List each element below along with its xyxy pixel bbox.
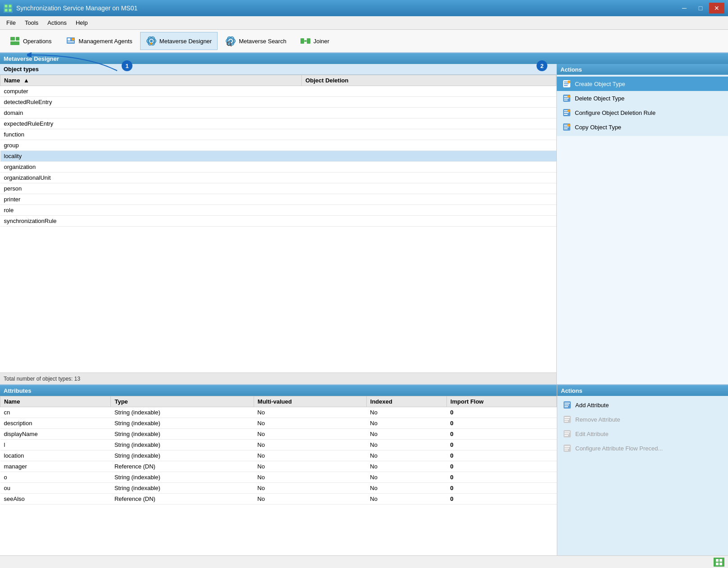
svg-rect-8 [68,38,70,41]
copy-object-type-icon: + [562,123,571,132]
configure-attribute-flow-icon [563,444,572,453]
table-row[interactable]: organizationalUnit [0,173,556,183]
action-item-create-object-type[interactable]: + Create Object Type [557,77,728,91]
svg-rect-2 [5,9,8,12]
attr-col-multivalued[interactable]: Multi-valued [254,396,366,407]
table-row[interactable]: detectedRuleEntry [0,97,556,108]
table-row[interactable]: printer [0,194,556,205]
attribute-row[interactable]: description String (indexable) No No 0 [0,418,557,429]
table-row[interactable]: locality [0,151,556,162]
attr-type-cell: String (indexable) [111,407,254,418]
attr-action-item-configure-attribute-flow: Configure Attribute Flow Preced... [557,441,728,455]
attr-col-importflow[interactable]: Import Flow [446,396,556,407]
attribute-row[interactable]: manager Reference (DN) No No 0 [0,461,557,472]
object-types-header: Object types 1 2 [0,64,556,75]
attr-multivalued-cell: No [254,494,366,504]
maximize-button[interactable]: □ [693,3,708,14]
attribute-row[interactable]: seeAlso Reference (DN) No No 0 [0,494,557,504]
table-row[interactable]: expectedRuleEntry [0,118,556,129]
action-item-delete-object-type[interactable]: + Delete Object Type [557,91,728,105]
configure-object-deletion-rule-label: Configure Object Deletion Rule [575,109,655,116]
col-deletion-header[interactable]: Object Deletion [302,75,556,86]
object-deletion-cell [302,108,556,118]
svg-rect-31 [564,85,568,86]
joiner-icon [300,36,311,46]
copy-object-type-label: Copy Object Type [575,124,621,131]
attribute-row[interactable]: o String (indexable) No No 0 [0,472,557,483]
attribute-row[interactable]: displayName String (indexable) No No 0 [0,429,557,440]
configure-attribute-flow-label: Configure Attribute Flow Preced... [575,445,663,452]
attr-type-cell: String (indexable) [111,450,254,461]
joiner-button[interactable]: Joiner [294,32,335,50]
callout-2: 2 [537,60,547,71]
table-row[interactable]: computer [0,86,556,97]
attr-indexed-cell: No [366,450,446,461]
attr-name-cell: manager [0,461,111,472]
menu-help[interactable]: Help [71,18,92,28]
svg-text:+: + [569,81,570,83]
delete-object-type-label: Delete Object Type [575,95,624,102]
table-row[interactable]: person [0,183,556,194]
attr-name-cell: description [0,418,111,429]
svg-rect-54 [564,404,569,405]
object-types-status: Total number of object types: 13 [0,373,556,384]
attr-name-cell: seeAlso [0,494,111,504]
action-item-copy-object-type[interactable]: + Copy Object Type [557,120,728,134]
attributes-actions-list: Add Attribute Remove Attribute Edit Attr… [557,396,728,457]
attr-type-cell: String (indexable) [111,429,254,440]
svg-rect-70 [716,563,719,565]
lower-section: Attributes Name Type Multi-valued Indexe… [0,384,728,555]
col-name-header[interactable]: Name ▲ [0,75,302,86]
menu-tools[interactable]: Tools [20,18,43,28]
object-name-cell: group [0,140,302,151]
attr-multivalued-cell: No [254,450,366,461]
table-row[interactable]: organization [0,162,556,173]
svg-rect-62 [564,433,569,434]
object-name-cell: domain [0,108,302,118]
table-row[interactable]: role [0,205,556,216]
close-button[interactable]: ✕ [709,3,724,14]
attr-importflow-cell: 0 [446,440,556,450]
attribute-row[interactable]: ou String (indexable) No No 0 [0,483,557,494]
object-deletion-cell [302,118,556,129]
metaverse-designer-button[interactable]: Metaverse Designer [140,32,218,50]
minimize-button[interactable]: ─ [677,3,692,14]
object-name-cell: function [0,129,302,140]
attr-col-indexed[interactable]: Indexed [366,396,446,407]
attr-type-cell: String (indexable) [111,418,254,429]
attributes-actions-header: Actions [557,385,728,396]
svg-rect-9 [68,41,74,42]
table-row[interactable]: synchronizationRule [0,216,556,227]
svg-rect-49 [564,128,568,129]
attr-col-type[interactable]: Type [111,396,254,407]
metaverse-search-button[interactable]: Metaverse Search [219,32,292,50]
metaverse-search-label: Metaverse Search [239,38,287,45]
table-row[interactable]: function [0,129,556,140]
table-row[interactable]: group [0,140,556,151]
object-types-table-container[interactable]: Name ▲ Object Deletion computer detected… [0,75,556,373]
remove-attribute-label: Remove Attribute [575,416,620,423]
table-row[interactable]: domain [0,108,556,118]
attr-multivalued-cell: No [254,407,366,418]
app-container: Synchronization Service Manager on MS01 … [0,0,728,568]
attribute-row[interactable]: location String (indexable) No No 0 [0,450,557,461]
attributes-table-container[interactable]: Name Type Multi-valued Indexed Import Fl… [0,396,557,555]
attr-col-name[interactable]: Name [0,396,111,407]
object-deletion-cell [302,216,556,227]
svg-rect-59 [564,421,568,422]
attr-action-item-add-attribute[interactable]: Add Attribute [557,398,728,412]
attr-name-cell: cn [0,407,111,418]
menu-file[interactable]: File [2,18,20,28]
object-name-cell: printer [0,194,302,205]
attribute-row[interactable]: l String (indexable) No No 0 [0,440,557,450]
upper-section: Object types 1 2 [0,64,728,384]
action-item-configure-object-deletion-rule[interactable]: + Configure Object Deletion Rule [557,105,728,120]
attributes-panel: Attributes Name Type Multi-valued Indexe… [0,385,557,555]
object-name-cell: person [0,183,302,194]
object-deletion-cell [302,173,556,183]
title-bar: Synchronization Service Manager on MS01 … [0,0,728,16]
attribute-row[interactable]: cn String (indexable) No No 0 [0,407,557,418]
svg-rect-67 [564,450,568,450]
menu-actions[interactable]: Actions [43,18,71,28]
object-types-actions-header: Actions [557,64,728,75]
